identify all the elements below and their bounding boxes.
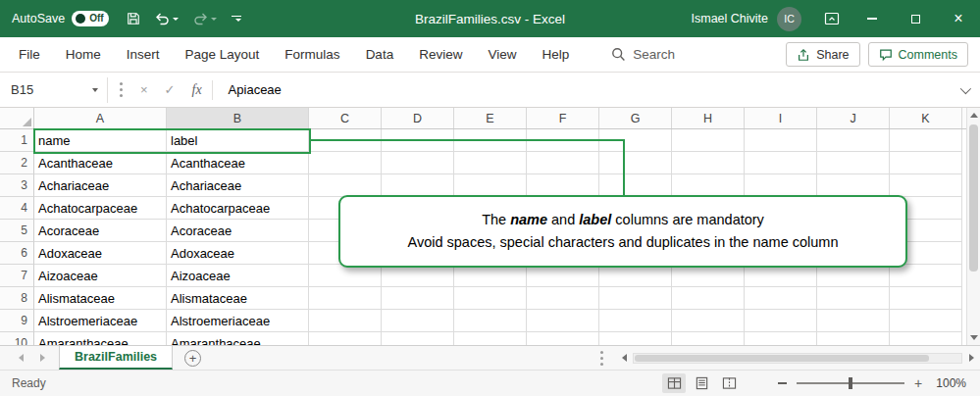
cell-A1[interactable]: name: [34, 129, 167, 152]
cell-C3[interactable]: [309, 174, 382, 197]
tab-file[interactable]: File: [6, 37, 53, 72]
cell-D9[interactable]: [382, 310, 454, 332]
cell-C9[interactable]: [309, 310, 382, 332]
cell-A7[interactable]: Aizoaceae: [34, 265, 167, 287]
new-sheet-button[interactable]: +: [184, 350, 201, 367]
zoom-in-button[interactable]: +: [914, 376, 922, 390]
cell-K10[interactable]: [890, 332, 962, 345]
cell-H9[interactable]: [672, 310, 745, 332]
cancel-entry-button[interactable]: ×: [140, 82, 148, 97]
vertical-scrollbar[interactable]: [966, 108, 980, 345]
customize-toolbar-button[interactable]: [232, 16, 241, 23]
tab-help[interactable]: Help: [529, 37, 582, 72]
cell-E9[interactable]: [454, 310, 527, 332]
zoom-slider-thumb[interactable]: [849, 377, 852, 389]
row-header-1[interactable]: 1: [0, 129, 34, 152]
cell-E8[interactable]: [454, 287, 527, 310]
row-header-8[interactable]: 8: [0, 287, 34, 310]
cell-C2[interactable]: [309, 152, 382, 174]
cell-C10[interactable]: [309, 332, 382, 345]
cell-G10[interactable]: [599, 332, 672, 345]
undo-dropdown-icon[interactable]: [173, 18, 179, 21]
cell-D3[interactable]: [382, 174, 454, 197]
cell-A9[interactable]: Alstroemeriaceae: [34, 310, 167, 332]
scroll-up-button[interactable]: [967, 108, 980, 123]
zoom-level[interactable]: 100%: [936, 376, 966, 390]
cell-G9[interactable]: [599, 310, 672, 332]
undo-button[interactable]: [155, 12, 179, 25]
cell-K3[interactable]: [890, 174, 962, 197]
redo-button[interactable]: [193, 12, 217, 25]
tab-page-layout[interactable]: Page Layout: [173, 37, 273, 72]
horizontal-scroll-thumb[interactable]: [635, 355, 929, 362]
cell-H7[interactable]: [672, 265, 745, 287]
formula-input[interactable]: Apiaceae: [229, 82, 282, 97]
column-header-F[interactable]: F: [527, 108, 599, 128]
cell-D2[interactable]: [382, 152, 454, 174]
tab-home[interactable]: Home: [53, 37, 114, 72]
cell-A5[interactable]: Acoraceae: [34, 220, 167, 242]
cell-H2[interactable]: [672, 152, 745, 174]
cell-I2[interactable]: [745, 152, 817, 174]
cell-F10[interactable]: [527, 332, 599, 345]
cell-B8[interactable]: Alismataceae: [167, 287, 309, 310]
column-header-G[interactable]: G: [599, 108, 672, 128]
cell-E3[interactable]: [454, 174, 527, 197]
row-header-6[interactable]: 6: [0, 242, 34, 265]
insert-function-button[interactable]: fx: [192, 82, 202, 98]
cell-I10[interactable]: [745, 332, 817, 345]
cell-K7[interactable]: [890, 265, 962, 287]
cell-F3[interactable]: [527, 174, 599, 197]
hscroll-track[interactable]: [633, 353, 962, 364]
page-break-preview-button[interactable]: [717, 373, 741, 393]
cell-I3[interactable]: [745, 174, 817, 197]
scroll-down-button[interactable]: [967, 330, 980, 345]
cell-I9[interactable]: [745, 310, 817, 332]
sheet-nav-previous-button[interactable]: [10, 346, 31, 370]
tab-review[interactable]: Review: [406, 37, 475, 72]
avatar[interactable]: IC: [777, 7, 801, 31]
cell-H8[interactable]: [672, 287, 745, 310]
row-header-5[interactable]: 5: [0, 220, 34, 242]
cell-C8[interactable]: [309, 287, 382, 310]
cell-B4[interactable]: Achatocarpaceae: [167, 197, 309, 220]
expand-formula-bar-icon[interactable]: [960, 82, 971, 93]
cell-C7[interactable]: [309, 265, 382, 287]
cell-F7[interactable]: [527, 265, 599, 287]
cell-A8[interactable]: Alismataceae: [34, 287, 167, 310]
cell-K9[interactable]: [890, 310, 962, 332]
comments-button[interactable]: Comments: [868, 42, 968, 67]
cell-G3[interactable]: [599, 174, 672, 197]
hscroll-left-button[interactable]: [615, 346, 633, 370]
sheet-tab-brazilfamilies[interactable]: BrazilFamilies: [59, 346, 173, 370]
zoom-slider[interactable]: [797, 382, 904, 384]
cell-J1[interactable]: [817, 129, 890, 152]
cell-J8[interactable]: [817, 287, 890, 310]
cell-A3[interactable]: Achariaceae: [34, 174, 167, 197]
maximize-button[interactable]: [894, 0, 937, 37]
cell-B6[interactable]: Adoxaceae: [167, 242, 309, 265]
account-button[interactable]: Ismael Chivite IC: [692, 7, 802, 31]
cell-H1[interactable]: [672, 129, 745, 152]
cell-K2[interactable]: [890, 152, 962, 174]
cell-D8[interactable]: [382, 287, 454, 310]
vertical-scroll-thumb[interactable]: [969, 124, 978, 272]
cell-H10[interactable]: [672, 332, 745, 345]
minimize-button[interactable]: [851, 0, 894, 37]
cell-A6[interactable]: Adoxaceae: [34, 242, 167, 265]
cell-G2[interactable]: [599, 152, 672, 174]
column-header-J[interactable]: J: [817, 108, 890, 128]
column-header-B[interactable]: B: [167, 108, 309, 128]
ribbon-display-options-button[interactable]: [813, 0, 851, 37]
cell-I8[interactable]: [745, 287, 817, 310]
cell-G7[interactable]: [599, 265, 672, 287]
cell-I1[interactable]: [745, 129, 817, 152]
autosave-toggle[interactable]: Off: [72, 11, 109, 26]
cell-B9[interactable]: Alstroemeriaceae: [167, 310, 309, 332]
tab-formulas[interactable]: Formulas: [272, 37, 352, 72]
enter-entry-button[interactable]: ✓: [165, 82, 176, 97]
cell-B1[interactable]: label: [167, 129, 309, 152]
row-header-9[interactable]: 9: [0, 310, 34, 332]
column-header-I[interactable]: I: [745, 108, 817, 128]
formula-bar-drag-handle[interactable]: [120, 88, 123, 91]
